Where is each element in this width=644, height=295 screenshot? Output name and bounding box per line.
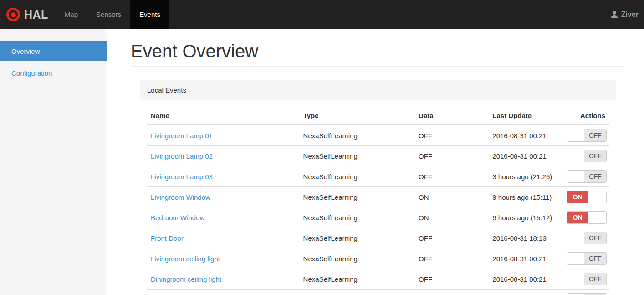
- toggle-state-label[interactable]: ON: [567, 212, 588, 223]
- event-data: ON: [415, 207, 489, 228]
- toggle-handle[interactable]: [567, 232, 585, 244]
- table-row: Livingroom Lamp 03 NexaSelfLearning OFF …: [147, 166, 609, 187]
- toggle-switch[interactable]: OFF: [567, 170, 607, 183]
- person-icon: [610, 10, 618, 19]
- main-content: Event Overview Local Events Name Type Da…: [107, 29, 644, 295]
- toggle-handle[interactable]: [567, 273, 585, 285]
- toggle-switch[interactable]: OFF: [567, 293, 607, 295]
- col-header-name: Name: [147, 107, 300, 125]
- sidebar-item-configuration[interactable]: Configuration: [0, 63, 107, 83]
- toggle-switch[interactable]: OFF: [567, 232, 607, 244]
- event-data: OFF: [415, 146, 489, 166]
- toggle-handle[interactable]: [567, 253, 585, 264]
- toggle-handle[interactable]: [567, 150, 585, 162]
- toggle-handle[interactable]: [567, 129, 585, 141]
- sidebar-item-overview[interactable]: Overview: [0, 41, 107, 61]
- event-data: OFF: [415, 248, 489, 269]
- table-row: Diningroom ceiling light NexaSelfLearnin…: [147, 269, 609, 290]
- hal-bullseye-logo-icon: [6, 8, 20, 21]
- toggle-state-label[interactable]: OFF: [584, 129, 606, 141]
- event-type: NexaSelfLearning: [300, 187, 415, 207]
- event-last-update: 2016-08-31 00:21: [489, 290, 562, 295]
- event-last-update: 9 hours ago (15:11): [489, 187, 562, 207]
- toggle-switch[interactable]: ON: [567, 191, 607, 203]
- events-table: Name Type Data Last Update Actions Livin…: [147, 107, 609, 295]
- event-name-link[interactable]: Livingroom Lamp 03: [151, 173, 213, 181]
- event-name-link[interactable]: Livingroom Lamp 01: [151, 132, 213, 140]
- col-header-type: Type: [300, 107, 415, 125]
- user-menu[interactable]: Ziver: [605, 0, 644, 29]
- event-type: NexaSelfLearning: [300, 269, 415, 290]
- event-type: NexaSelfLearning: [300, 125, 415, 146]
- event-data: OFF: [415, 290, 489, 295]
- toggle-switch[interactable]: OFF: [567, 252, 607, 265]
- event-last-update: 2016-08-31 00:21: [489, 248, 562, 269]
- brand-label: HAL: [24, 8, 48, 21]
- table-row: Livingroom Window NexaSelfLearning ON 9 …: [147, 187, 609, 207]
- event-last-update: 3 hours ago (21:26): [489, 166, 562, 187]
- toggle-state-label[interactable]: OFF: [584, 253, 606, 264]
- toggle-handle[interactable]: [588, 212, 606, 223]
- brand[interactable]: HAL: [0, 0, 56, 29]
- event-name-link[interactable]: Diningroom ceiling light: [151, 275, 221, 283]
- sidebar: Overview Configuration: [0, 29, 107, 295]
- toggle-switch[interactable]: OFF: [567, 150, 607, 162]
- page-title: Event Overview: [131, 41, 625, 67]
- table-row: Livingroom ceiling light NexaSelfLearnin…: [147, 248, 609, 269]
- toggle-switch[interactable]: OFF: [567, 273, 607, 285]
- user-name: Ziver: [621, 10, 639, 19]
- table-row: Livingroom Lamp 02 NexaSelfLearning OFF …: [147, 146, 609, 166]
- event-last-update: 2016-08-31 00:21: [489, 269, 562, 290]
- event-data: OFF: [415, 166, 489, 187]
- toggle-switch[interactable]: ON: [567, 211, 607, 224]
- event-data: OFF: [415, 269, 489, 290]
- toggle-state-label[interactable]: OFF: [584, 232, 606, 244]
- event-data: ON: [415, 187, 489, 207]
- toggle-state-label[interactable]: OFF: [584, 171, 606, 182]
- table-row: Livingroom Lamp 01 NexaSelfLearning OFF …: [147, 125, 609, 146]
- event-data: OFF: [415, 228, 489, 248]
- event-name-link[interactable]: Front Door: [151, 234, 184, 242]
- event-last-update: 9 hours ago (15:12): [489, 207, 562, 228]
- toggle-state-label[interactable]: OFF: [584, 150, 606, 162]
- event-type: NexaSelfLearning: [300, 290, 415, 295]
- nav-item-sensors[interactable]: Sensors: [87, 0, 130, 29]
- event-name-link[interactable]: Bedroom Window: [151, 214, 204, 222]
- event-name-link[interactable]: Livingroom Window: [151, 193, 210, 201]
- event-type: NexaSelfLearning: [300, 207, 415, 228]
- top-navbar: HAL Map Sensors Events Ziver: [0, 0, 644, 29]
- event-data: OFF: [415, 125, 489, 146]
- table-row: Front Door NexaSelfLearning OFF 2016-08-…: [147, 228, 609, 248]
- event-type: NexaSelfLearning: [300, 166, 415, 187]
- event-name-link[interactable]: Livingroom Lamp 02: [151, 152, 213, 160]
- table-header-row: Name Type Data Last Update Actions: [147, 107, 609, 125]
- main-nav: Map Sensors Events: [56, 0, 169, 29]
- events-table-body: Livingroom Lamp 01 NexaSelfLearning OFF …: [147, 125, 609, 295]
- event-type: NexaSelfLearning: [300, 146, 415, 166]
- toggle-state-label[interactable]: ON: [567, 191, 588, 203]
- event-type: NexaSelfLearning: [300, 228, 415, 248]
- table-row: Bedroom Window NexaSelfLearning ON 9 hou…: [147, 207, 609, 228]
- nav-item-map[interactable]: Map: [56, 0, 87, 29]
- table-row: Kitchen ceiling light NexaSelfLearning O…: [147, 290, 609, 295]
- toggle-state-label[interactable]: OFF: [584, 273, 606, 285]
- toggle-handle[interactable]: [588, 191, 606, 203]
- panel-body: Name Type Data Last Update Actions Livin…: [140, 100, 616, 295]
- col-header-last-update: Last Update: [489, 107, 562, 125]
- event-last-update: 2016-08-31 18:13: [489, 228, 562, 248]
- local-events-panel: Local Events Name Type Data Last Update …: [140, 80, 616, 295]
- col-header-data: Data: [415, 107, 489, 125]
- event-last-update: 2016-08-31 00:21: [489, 146, 562, 166]
- event-last-update: 2016-08-31 00:21: [489, 125, 562, 146]
- event-type: NexaSelfLearning: [300, 248, 415, 269]
- toggle-handle[interactable]: [567, 171, 585, 182]
- col-header-actions: Actions: [563, 107, 609, 125]
- event-name-link[interactable]: Livingroom ceiling light: [151, 255, 220, 263]
- panel-heading: Local Events: [140, 80, 616, 100]
- toggle-switch[interactable]: OFF: [567, 129, 607, 142]
- nav-item-events[interactable]: Events: [130, 0, 169, 29]
